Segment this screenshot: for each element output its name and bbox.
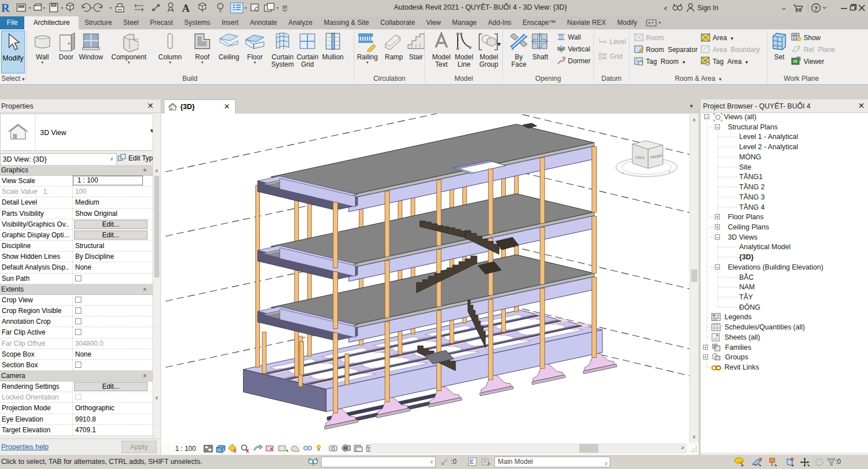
svg-text:?: ? (814, 5, 818, 12)
svg-text:✕: ✕ (758, 457, 763, 462)
svg-text:S: S (622, 171, 624, 175)
svg-text:1: 1 (598, 38, 601, 41)
svg-text:R: R (1, 1, 10, 15)
svg-text:Sign In: Sign In (697, 4, 718, 12)
svg-text:✕: ✕ (790, 457, 795, 462)
svg-text:x: x (246, 448, 249, 454)
svg-text:A: A (182, 2, 190, 14)
svg-text:x: x (233, 448, 237, 454)
svg-text:x: x (270, 446, 273, 451)
svg-text:E: E (669, 170, 671, 173)
